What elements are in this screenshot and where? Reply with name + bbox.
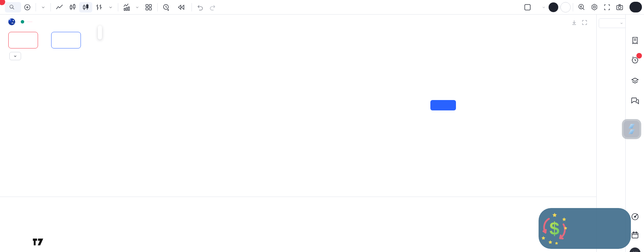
settings-button[interactable]	[588, 2, 601, 12]
hotlists-icon[interactable]	[631, 212, 640, 221]
bars-icon	[95, 3, 103, 11]
undo-button[interactable]	[194, 2, 206, 12]
watchlist-icon[interactable]	[631, 36, 640, 45]
notification-badge[interactable]	[0, 0, 5, 5]
chevron-down-icon	[135, 5, 140, 10]
publish-button[interactable]	[629, 2, 642, 12]
chat-icon[interactable]	[631, 96, 640, 105]
gear-icon	[590, 3, 598, 11]
undo-icon	[196, 3, 204, 11]
redo-icon	[209, 3, 216, 11]
tradingview-logo[interactable]	[33, 238, 46, 246]
extension-widget[interactable]	[622, 119, 641, 139]
secondary-avatar[interactable]	[560, 2, 571, 12]
quick-search-icon	[578, 3, 586, 11]
chart-type-menu-button[interactable]	[105, 2, 116, 12]
calendar-icon[interactable]	[631, 231, 640, 240]
layout-name-button[interactable]	[534, 2, 549, 12]
layout-icon	[523, 3, 532, 11]
candles-icon	[82, 3, 90, 11]
legend-collapse-button[interactable]	[9, 52, 21, 60]
symbol-search-button[interactable]	[5, 2, 21, 12]
s-logo-icon	[624, 121, 640, 137]
buy-button[interactable]	[51, 32, 81, 48]
pane-download-button[interactable]	[571, 19, 577, 26]
market-open-dot[interactable]	[21, 20, 24, 24]
quick-search-button[interactable]	[575, 2, 588, 12]
alerts-badge	[636, 53, 642, 58]
chevron-down-icon	[619, 21, 624, 25]
symbol-flag-icon	[8, 18, 15, 25]
fullscreen-button[interactable]	[601, 2, 613, 12]
object-tree-icon[interactable]	[631, 76, 640, 85]
top-toolbar	[0, 0, 644, 15]
ohlc-values	[189, 19, 201, 24]
order-price-label[interactable]	[430, 100, 456, 110]
redo-button[interactable]	[206, 2, 219, 12]
indicators-button[interactable]	[120, 2, 142, 12]
alert-button[interactable]	[160, 2, 175, 12]
dollar-coin-icon: $	[539, 211, 570, 246]
chevron-down-icon	[13, 54, 18, 58]
replay-icon	[177, 3, 185, 11]
user-avatar[interactable]	[549, 2, 558, 12]
sell-button[interactable]	[8, 32, 38, 48]
alert-clock-icon	[162, 3, 170, 11]
pane-divider[interactable]	[0, 197, 644, 197]
layout-button[interactable]	[521, 2, 534, 12]
replay-button[interactable]	[175, 2, 189, 12]
apps-grid-icon[interactable]	[631, 249, 640, 252]
camera-icon	[616, 3, 624, 11]
chart-type-candles-button[interactable]	[79, 2, 92, 12]
chevron-down-icon	[541, 5, 546, 10]
hollow-candles-icon	[68, 3, 77, 11]
data-approx-badge[interactable]	[27, 21, 32, 22]
line-chart-icon	[55, 3, 64, 11]
chart-type-bars-button[interactable]	[92, 2, 105, 12]
chevron-down-icon	[40, 4, 46, 10]
svg-text:$: $	[550, 218, 560, 238]
search-icon	[9, 4, 15, 10]
tradingview-mark-icon	[33, 238, 43, 246]
indicator-templates-button[interactable]	[142, 2, 155, 12]
plus-circle-icon	[24, 3, 31, 11]
timeframe-menu-button[interactable]	[38, 2, 48, 12]
alerts-icon[interactable]	[631, 55, 640, 64]
chart-type-hollow-button[interactable]	[66, 2, 79, 12]
currency-select[interactable]	[599, 18, 626, 28]
fullscreen-icon	[603, 3, 611, 11]
mmo4me-watermark: $	[539, 208, 631, 249]
drawing-toolbar	[98, 26, 102, 39]
chart-type-line-button[interactable]	[53, 2, 66, 12]
grid-icon	[144, 3, 153, 11]
chevron-down-icon	[108, 4, 113, 10]
screenshot-button[interactable]	[613, 2, 626, 12]
pane-maximize-button[interactable]	[581, 19, 588, 26]
indicators-icon	[123, 3, 131, 11]
compare-button[interactable]	[21, 2, 34, 12]
